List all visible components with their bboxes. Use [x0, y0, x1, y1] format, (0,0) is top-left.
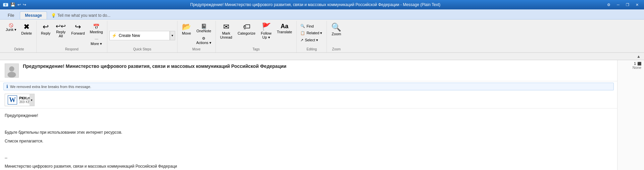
actions-button[interactable]: ⚙ Actions ▾	[194, 35, 213, 46]
tell-me-text: Tell me what you want to do...	[57, 13, 110, 18]
settings-btn[interactable]: ⚙	[604, 1, 613, 8]
onenote-button[interactable]: 📓 OneNote	[194, 22, 213, 34]
ribbon-group-editing: 🔍 Find 📋 Related ▾ ↗ Select ▾ Editing	[297, 21, 327, 52]
ribbon-group-zoom: 🔍 Zoom Zoom	[327, 21, 346, 52]
more-icon: ⋯	[95, 37, 98, 42]
more-respond-button[interactable]: ⋯ More ▾	[88, 36, 105, 47]
respond-buttons: ↩ Reply ↩↩ ReplyAll ↪ Forward 📅 Meeting	[39, 22, 105, 47]
body-line1: Предупреждение!	[5, 113, 612, 119]
email-main: Предупреждение! Министерство цифрового р…	[0, 60, 617, 170]
related-button[interactable]: 📋 Related ▾	[299, 30, 325, 36]
sender-avatar	[5, 63, 19, 78]
window-title: Предупреждение! Министерство цифрового р…	[26, 2, 604, 7]
body-line4: Список прилагается.	[5, 138, 612, 144]
forward-icon: ↪	[75, 23, 81, 31]
ribbon-collapse-icon[interactable]: ▲	[637, 54, 641, 59]
junk-button[interactable]: 🚫 Junk ▾	[4, 22, 18, 34]
email-subject-text: Предупреждение! Министерство цифрового р…	[23, 63, 286, 69]
ribbon-collapse-bar[interactable]: ▲	[0, 53, 644, 60]
zoom-icon: 🔍	[331, 23, 341, 31]
related-icon: 📋	[300, 31, 305, 35]
reply-button[interactable]: ↩ Reply	[39, 22, 53, 37]
body-line5	[5, 146, 612, 153]
title-bar-left: 📧 💾 ↩ ↪	[3, 2, 26, 7]
ribbon-group-delete: 🚫 Junk ▾ ✖ Delete Delete	[2, 21, 37, 52]
right-panel: 1 ⬛ None	[617, 60, 644, 170]
mark-unread-button[interactable]: ✉ MarkUnread	[218, 22, 235, 41]
redo-icon[interactable]: ↪	[23, 2, 26, 7]
info-bar: ℹ We removed extra line breaks from this…	[3, 83, 614, 90]
restore-btn[interactable]: ❐	[623, 1, 632, 8]
quick-steps-group-label: Quick Steps	[133, 47, 151, 52]
mark-unread-label: MarkUnread	[220, 31, 232, 39]
move-icon: 📂	[182, 23, 191, 31]
find-button[interactable]: 🔍 Find	[299, 23, 325, 29]
mark-unread-icon: ✉	[223, 23, 229, 31]
select-label: Select ▾	[305, 38, 318, 42]
delete-button[interactable]: ✖ Delete	[19, 22, 34, 37]
translate-icon: Aa	[281, 23, 288, 29]
move-group-label: Move	[192, 47, 200, 52]
tab-bar: File Message 💡 Tell me what you want to …	[0, 9, 644, 19]
attachment-item[interactable]: W РКН.rtf 369 KB ▾	[5, 94, 35, 106]
delete-buttons: 🚫 Junk ▾ ✖ Delete	[4, 22, 34, 47]
meeting-icon: 📅	[93, 24, 100, 30]
select-icon: ↗	[300, 38, 303, 42]
email-header: Предупреждение! Министерство цифрового р…	[0, 60, 617, 81]
reply-label: Reply	[41, 31, 50, 35]
email-body: Предупреждение! Будьте бдительны при исп…	[0, 109, 617, 170]
quick-steps-dropdown[interactable]: ▾	[170, 31, 175, 40]
page-count: 1	[634, 61, 636, 66]
zoom-label: Zoom	[332, 32, 341, 36]
follow-up-label: FollowUp ▾	[261, 31, 271, 40]
follow-up-icon: 🚩	[262, 23, 271, 31]
attachment-word-icon: W	[8, 95, 17, 104]
forward-button[interactable]: ↪ Forward	[69, 22, 87, 37]
find-icon: 🔍	[300, 24, 305, 28]
tab-file[interactable]: File	[3, 11, 19, 19]
quick-steps-box[interactable]: ⚡ Create New	[109, 31, 170, 40]
undo-icon[interactable]: ↩	[17, 2, 21, 7]
body-line6: --	[5, 155, 612, 161]
tab-message[interactable]: Message	[20, 11, 47, 19]
ribbon-group-respond: ↩ Reply ↩↩ ReplyAll ↪ Forward 📅 Meeting	[37, 21, 107, 52]
onenote-icon: 📓	[201, 24, 207, 29]
reply-all-icon: ↩↩	[56, 23, 66, 29]
ribbon-group-quick-steps: ⚡ Create New ▾ Quick Steps	[107, 21, 178, 52]
more-label: More ▾	[91, 42, 102, 46]
page-count-label: ⬛	[637, 62, 641, 66]
reply-all-label: ReplyAll	[56, 30, 65, 38]
categorize-button[interactable]: 🏷 Categorize	[235, 22, 258, 37]
translate-button[interactable]: Aa Translate	[275, 22, 294, 36]
minimize-btn[interactable]: ─	[614, 1, 623, 8]
attachment-area: W РКН.rtf 369 KB ▾	[0, 92, 617, 109]
none-label: None	[633, 66, 641, 70]
tell-me-bar[interactable]: 💡 Tell me what you want to do...	[48, 12, 114, 19]
editing-group-label: Editing	[307, 47, 317, 52]
categorize-label: Categorize	[238, 31, 255, 35]
quick-save-icon[interactable]: 💾	[10, 2, 15, 7]
svg-point-1	[9, 67, 14, 72]
zoom-button[interactable]: 🔍 Zoom	[329, 22, 344, 38]
reply-icon: ↩	[43, 23, 49, 31]
delete-icon: ✖	[23, 23, 30, 31]
close-btn[interactable]: ✕	[633, 1, 641, 8]
move-buttons: 📂 Move 📓 OneNote ⚙ Actions ▾	[180, 22, 213, 47]
move-label: Move	[182, 31, 191, 35]
tags-group-label: Tags	[253, 47, 260, 52]
move-button[interactable]: 📂 Move	[180, 22, 194, 37]
meeting-button[interactable]: 📅 Meeting	[88, 22, 105, 35]
select-button[interactable]: ↗ Select ▾	[299, 37, 325, 43]
translate-label: Translate	[277, 30, 292, 34]
reply-all-button[interactable]: ↩↩ ReplyAll	[53, 22, 68, 40]
info-icon: ℹ	[6, 84, 8, 89]
body-line3: Будьте бдительны при использовании этих …	[5, 129, 612, 136]
delete-group-label: Delete	[14, 47, 24, 52]
app-icon: 📧	[3, 2, 8, 7]
attachment-dropdown-arrow[interactable]: ▾	[30, 94, 34, 106]
tags-buttons: ✉ MarkUnread 🏷 Categorize 🚩 FollowUp ▾ A…	[218, 22, 295, 47]
follow-up-button[interactable]: 🚩 FollowUp ▾	[258, 22, 274, 41]
body-line7: Министерство цифрового развития, связи и…	[5, 163, 612, 170]
zoom-group-label: Zoom	[332, 47, 341, 52]
categorize-icon: 🏷	[243, 23, 250, 31]
